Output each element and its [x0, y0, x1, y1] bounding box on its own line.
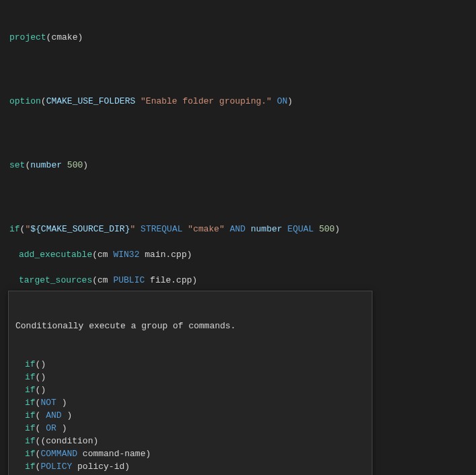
blank-line	[9, 57, 476, 69]
tooltip-row: if((condition)	[15, 435, 365, 447]
tooltip-row: if( OR )	[15, 422, 365, 435]
tooltip-title: Conditionally execute a group of command…	[15, 320, 365, 332]
keyword-project: project	[9, 32, 46, 42]
keyword-set: set	[9, 160, 25, 170]
tooltip-row: if(COMMAND command-name)	[15, 447, 365, 460]
keyword-target-sources: target_sources	[19, 275, 92, 285]
keyword-if: if	[9, 224, 20, 234]
tooltip-row: if(NOT )	[15, 396, 365, 409]
tooltip-row: if( AND )	[15, 409, 365, 422]
keyword-option: option	[9, 96, 41, 106]
code-line: set(number 500)	[9, 159, 476, 172]
code-line: if("${CMAKE_SOURCE_DIR}" STREQUAL "cmake…	[9, 223, 476, 235]
code-line: project(cmake)	[9, 31, 476, 44]
hover-tooltip: Conditionally execute a group of command…	[8, 291, 372, 475]
code-line: add_executable(cm WIN32 main.cpp)	[9, 248, 476, 261]
tooltip-row: if()	[15, 358, 365, 371]
tooltip-row: if()	[15, 383, 365, 396]
code-line: option(CMAKE_USE_FOLDERS "Enable folder …	[9, 95, 476, 108]
code-line: target_sources(cm PUBLIC file.cpp)	[9, 274, 476, 287]
blank-line	[9, 184, 476, 197]
blank-line	[9, 120, 476, 133]
tooltip-row: if()	[15, 371, 365, 383]
tooltip-row: if(POLICY policy-id)	[15, 460, 365, 473]
keyword-add-executable: add_executable	[19, 250, 92, 260]
